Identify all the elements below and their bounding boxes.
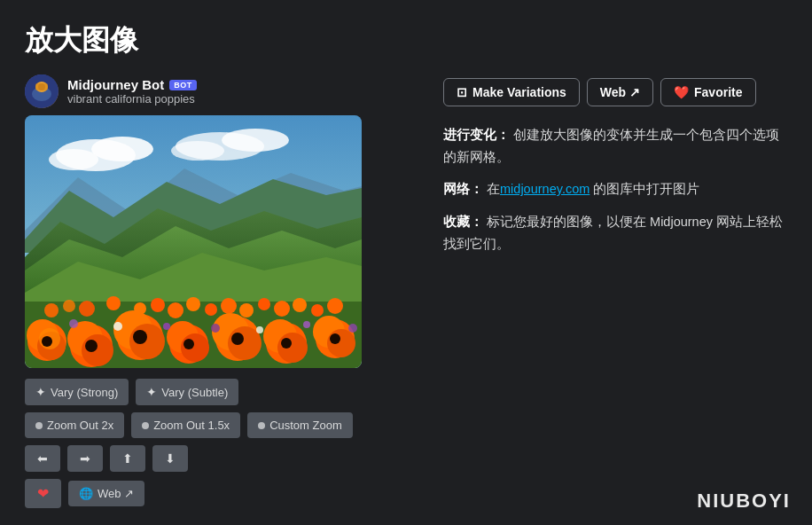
- heart-icon: ❤: [37, 486, 49, 501]
- web-link-suffix: 的图库中打开图片: [589, 182, 699, 196]
- svg-point-25: [186, 297, 200, 311]
- bot-name: Midjourney Bot: [67, 77, 164, 92]
- variations-icon: ⊡: [457, 85, 467, 99]
- web-button-bottom[interactable]: 🌐 Web ↗: [68, 481, 144, 506]
- bot-badge: BOT: [169, 80, 197, 90]
- svg-point-49: [228, 326, 262, 360]
- svg-point-7: [91, 137, 153, 161]
- svg-point-31: [293, 298, 307, 312]
- svg-point-20: [79, 301, 95, 317]
- sparkle-icon-subtle: ✦: [146, 385, 157, 399]
- svg-point-30: [274, 301, 290, 317]
- svg-point-8: [49, 149, 98, 170]
- svg-point-61: [281, 338, 292, 349]
- vary-strong-button[interactable]: ✦ Vary (Strong): [25, 379, 129, 405]
- svg-point-59: [183, 339, 194, 349]
- info-section: 进行变化： 创建放大图像的变体并生成一个包含四个选项的新网格。 网络： 在mid…: [443, 124, 787, 255]
- favorite-text: 标记您最好的图像，以便在 Midjourney 网站上轻松找到它们。: [443, 215, 783, 251]
- avatar: [25, 74, 59, 108]
- svg-point-28: [239, 303, 254, 317]
- dot-icon-1x5: [142, 422, 149, 429]
- heart-web-row: ❤ 🌐 Web ↗: [25, 479, 415, 508]
- make-variations-button[interactable]: ⊡ Make Variations: [443, 78, 580, 106]
- arrow-right-icon: ➡: [80, 451, 90, 466]
- arrow-up-button[interactable]: ⬆: [110, 445, 145, 472]
- web-label: 网络：: [443, 182, 483, 196]
- favorite-info: 收藏： 标记您最好的图像，以便在 Midjourney 网站上轻松找到它们。: [443, 211, 787, 255]
- arrow-down-icon: ⬇: [165, 451, 176, 466]
- page-title: 放大图像: [0, 0, 812, 74]
- vary-subtle-button[interactable]: ✦ Vary (Subtle): [136, 379, 238, 405]
- svg-point-40: [82, 334, 113, 366]
- vary-buttons-row: ✦ Vary (Strong) ✦ Vary (Subtle): [25, 379, 415, 405]
- svg-rect-4: [35, 83, 48, 90]
- arrow-down-button[interactable]: ⬇: [152, 445, 188, 472]
- heart-action-icon: ❤️: [674, 85, 689, 99]
- web-info: 网络： 在midjourney.com 的图库中打开图片: [443, 178, 787, 200]
- svg-point-52: [277, 333, 308, 363]
- zoom-out-2x-button[interactable]: Zoom Out 2x: [25, 412, 124, 438]
- action-buttons-row: ⊡ Make Variations Web ↗ ❤️ Favorite: [443, 78, 787, 106]
- favorite-label: 收藏：: [443, 215, 483, 229]
- bot-info: Midjourney Bot BOT vibrant california po…: [67, 77, 197, 106]
- variations-info: 进行变化： 创建放大图像的变体并生成一个包含四个选项的新网格。: [443, 124, 787, 168]
- svg-point-21: [106, 296, 121, 310]
- svg-point-68: [113, 322, 122, 331]
- svg-point-66: [303, 321, 310, 328]
- dot-icon-2x: [35, 422, 43, 429]
- svg-point-67: [348, 324, 357, 333]
- svg-point-69: [256, 326, 263, 333]
- svg-point-63: [69, 319, 78, 328]
- zoom-out-1x5-button[interactable]: Zoom Out 1.5x: [131, 412, 240, 438]
- arrow-right-button[interactable]: ➡: [67, 445, 103, 472]
- variations-label: 进行变化：: [443, 128, 510, 142]
- zoom-buttons-row: Zoom Out 2x Zoom Out 1.5x Custom Zoom: [25, 412, 415, 438]
- arrow-left-button[interactable]: ⬅: [25, 445, 60, 472]
- right-panel: ⊡ Make Variations Web ↗ ❤️ Favorite 进行变化…: [443, 74, 787, 515]
- sparkle-icon-strong: ✦: [35, 385, 46, 399]
- svg-point-32: [311, 304, 324, 317]
- svg-point-56: [42, 336, 52, 347]
- svg-point-24: [168, 302, 183, 318]
- bot-subtitle: vibrant california poppies: [67, 92, 197, 106]
- svg-point-60: [231, 333, 244, 345]
- generated-image: [25, 115, 362, 368]
- svg-point-65: [211, 324, 220, 333]
- dot-icon-custom: [258, 422, 265, 429]
- heart-button[interactable]: ❤: [25, 479, 61, 508]
- web-icon-bottom: 🌐: [79, 487, 93, 500]
- arrow-up-icon: ⬆: [122, 451, 133, 466]
- favorite-action-button[interactable]: ❤️ Favorite: [660, 78, 755, 106]
- svg-point-11: [171, 141, 224, 161]
- svg-point-26: [205, 303, 217, 316]
- svg-point-55: [327, 329, 355, 357]
- svg-point-10: [222, 129, 289, 152]
- arrow-buttons-row: ⬅ ➡ ⬆ ⬇: [25, 445, 415, 472]
- svg-point-19: [63, 300, 75, 312]
- svg-point-27: [221, 298, 237, 314]
- arrow-left-icon: ⬅: [37, 451, 48, 466]
- svg-point-62: [330, 333, 340, 344]
- custom-zoom-button[interactable]: Custom Zoom: [247, 412, 353, 438]
- watermark: NIUBOYI: [697, 490, 791, 513]
- midjourney-link[interactable]: midjourney.com: [500, 182, 589, 196]
- svg-point-58: [133, 330, 147, 344]
- svg-point-18: [44, 303, 59, 317]
- web-action-button[interactable]: Web ↗: [587, 78, 653, 106]
- svg-point-64: [163, 323, 170, 330]
- svg-point-33: [327, 298, 343, 314]
- svg-point-23: [151, 298, 165, 312]
- bot-header: Midjourney Bot BOT vibrant california po…: [25, 74, 415, 108]
- left-panel: Midjourney Bot BOT vibrant california po…: [25, 74, 415, 515]
- svg-point-57: [85, 340, 98, 352]
- svg-point-29: [258, 298, 270, 310]
